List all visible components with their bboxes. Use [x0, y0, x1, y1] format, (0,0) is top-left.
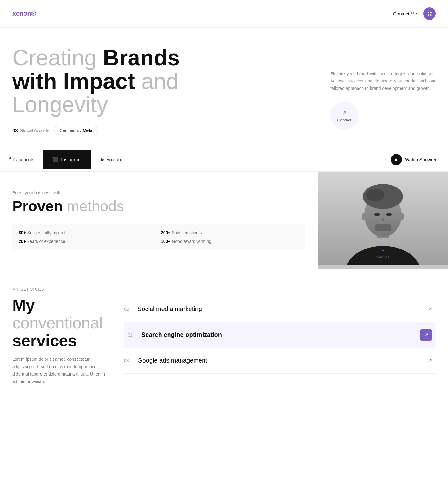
service-name-seo: Search engine optimization [141, 331, 222, 338]
svg-point-5 [366, 189, 384, 201]
service-item-seo[interactable]: 01 Search engine optimization ↗ [124, 322, 436, 348]
services-description: Lorem ipsum dolor sit amet, consectetur … [12, 356, 105, 385]
hero-title: Creating Brands with Impact and Longevit… [12, 46, 318, 117]
stat-clients: 200+ Satisfied clients [161, 230, 299, 235]
services-layout: My conventional services Lorem ipsum dol… [12, 297, 436, 385]
dot [430, 12, 432, 13]
instagram-icon: ⬛ [52, 156, 59, 162]
dot [428, 12, 429, 13]
facebook-label: Facebook [13, 157, 33, 162]
services-title-services: services [12, 332, 77, 350]
social-instagram[interactable]: ⬛ Instagram [43, 150, 91, 169]
play-icon: ▶ [391, 154, 402, 165]
service-item-left-ads: 03 Google ads management [124, 357, 207, 364]
svg-point-6 [384, 188, 400, 200]
hero-left: Creating Brands with Impact and Longevit… [12, 46, 318, 135]
arrow-icon: ↗ [342, 109, 347, 117]
methods-left: Boost your business with Proven methods … [0, 172, 318, 269]
service-label: Service [376, 255, 389, 259]
youtube-label: youtube [107, 157, 123, 162]
stats-grid: 80+ Successfully project. 200+ Satisfied… [12, 224, 305, 250]
watch-showreel[interactable]: ▶ Watch Showreel [381, 148, 448, 171]
awards-suffix: Global Awards [20, 128, 49, 133]
awards-badge: 4X Global Awards [12, 128, 49, 133]
hero-title-and: and [141, 69, 178, 94]
awards-prefix: 4X [12, 128, 18, 133]
hero-title-brands: Brands [103, 45, 180, 70]
hero-description: Elevate your brand with our strategies a… [330, 70, 436, 92]
social-facebook[interactable]: f Facebook [0, 151, 43, 169]
service-item-left-seo: 01 Search engine optimization [128, 331, 222, 338]
stat-years: 20+ Years of experience. [19, 239, 157, 244]
service-num-02: 02 [124, 307, 131, 312]
logo: xenon® [12, 10, 36, 18]
service-item-social[interactable]: 02 Social media marketing ↗ [124, 297, 436, 322]
hero-section: Creating Brands with Impact and Longevit… [0, 28, 448, 148]
methods-section: Boost your business with Proven methods … [0, 172, 448, 269]
logo-text: xenon [12, 10, 31, 17]
dots-grid [428, 12, 432, 16]
service-arrow-social[interactable]: ↗ [424, 303, 436, 315]
svg-rect-9 [375, 224, 391, 231]
svg-point-7 [374, 213, 380, 216]
instagram-label: Instagram [61, 157, 82, 162]
service-down-arrow: ↓ [381, 245, 384, 253]
methods-subtitle: Boost your business with [12, 190, 305, 195]
services-title-conventional: conventional [12, 314, 103, 332]
services-left: My conventional services Lorem ipsum dol… [12, 297, 105, 385]
certified-bold: Meta [83, 128, 93, 133]
services-title-my: My [12, 296, 35, 314]
dot [428, 14, 429, 16]
showreel-label: Watch Showreel [405, 157, 439, 162]
hero-title-impact: with Impact [12, 69, 135, 94]
hero-badges: 4X Global Awards Certified by Meta [12, 126, 318, 135]
youtube-icon: ▶ [101, 156, 104, 162]
service-name-social: Social media marketing [138, 306, 202, 313]
stat-projects: 80+ Successfully project. [19, 230, 157, 235]
stat-awards: 100+ Good award winning. [161, 239, 299, 244]
methods-title-proven: Proven [12, 198, 63, 214]
methods-portrait: ↓ Service [318, 172, 448, 269]
facebook-icon: f [9, 157, 11, 162]
service-num-03: 03 [124, 358, 131, 363]
dot [430, 14, 432, 16]
header-right: Contact Me [393, 7, 436, 20]
meta-badge: Certified by Meta [54, 126, 98, 135]
service-num-01: 01 [128, 332, 135, 337]
svg-point-11 [399, 213, 404, 220]
svg-point-10 [362, 213, 367, 220]
service-arrow-ads[interactable]: ↗ [424, 355, 436, 367]
service-arrow-seo[interactable]: ↗ [420, 329, 432, 341]
social-bar: f Facebook ⬛ Instagram ▶ youtube ▶ Watch… [0, 148, 448, 172]
hero-title-creating: Creating [12, 45, 97, 70]
hero-right: Elevate your brand with our strategies a… [330, 46, 436, 135]
certified-prefix: Certified by [59, 128, 81, 133]
contact-label: Contact [337, 118, 351, 122]
svg-point-8 [386, 213, 392, 216]
logo-dot: ® [31, 10, 36, 17]
service-button[interactable]: ↓ Service [376, 245, 389, 259]
services-title: My conventional services [12, 297, 105, 350]
services-list: 02 Social media marketing ↗ 01 Search en… [124, 297, 436, 385]
menu-button[interactable] [423, 7, 436, 20]
header: xenon® Contact Me [0, 0, 448, 28]
contact-button[interactable]: ↗ Contact [330, 102, 358, 130]
hero-title-longevity: Longevity [12, 92, 108, 117]
service-item-ads[interactable]: 03 Google ads management ↗ [124, 348, 436, 374]
methods-title-methods: methods [67, 198, 124, 214]
contact-link[interactable]: Contact Me [393, 11, 417, 16]
services-section-label: MY SERVICES [12, 287, 436, 292]
service-name-ads: Google ads management [138, 357, 207, 364]
social-youtube[interactable]: ▶ youtube [91, 150, 133, 169]
services-section: MY SERVICES My conventional services Lor… [0, 269, 448, 404]
methods-title: Proven methods [12, 198, 305, 215]
service-item-left: 02 Social media marketing [124, 306, 202, 313]
